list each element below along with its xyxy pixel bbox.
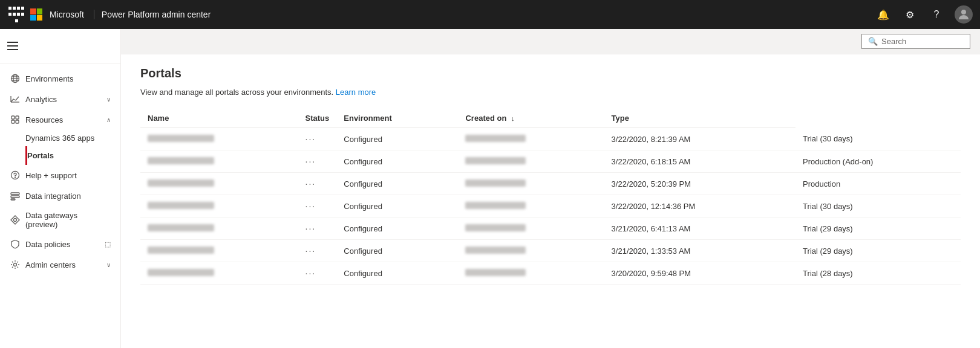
data-gateways-label: Data gateways (preview) <box>25 211 111 229</box>
name-blurred <box>148 246 214 254</box>
dots-menu-icon[interactable]: ··· <box>305 156 316 166</box>
search-box[interactable]: 🔍 Search <box>861 34 970 49</box>
cell-environment <box>458 262 604 285</box>
help-icon[interactable]: ? <box>928 6 945 23</box>
cell-status: Configured <box>336 240 458 262</box>
page-title: Portals <box>140 66 961 80</box>
sidebar-item-dynamics365[interactable]: Dynamics 365 apps <box>25 130 120 146</box>
sidebar-top <box>0 29 120 63</box>
cell-type: Production (Add-on) <box>795 150 961 173</box>
help-support-icon <box>10 170 21 181</box>
search-label: Search <box>881 37 906 46</box>
env-blurred <box>465 246 526 254</box>
cell-created-on: 3/22/2020, 5:20:39 PM <box>604 173 796 195</box>
table-row: ···Configured3/21/2020, 1:33:53 AMTrial … <box>140 240 961 262</box>
microsoft-logo: Microsoft <box>30 8 84 21</box>
cell-status: Configured <box>336 128 458 150</box>
svg-rect-16 <box>11 199 15 200</box>
sidebar-nav: Environments Analytics ∨ <box>0 63 120 280</box>
cell-environment <box>458 240 604 262</box>
cell-name <box>140 195 298 218</box>
cell-dots-menu[interactable]: ··· <box>298 262 337 285</box>
cell-dots-menu[interactable]: ··· <box>298 218 337 240</box>
table-row: ···Configured3/22/2020, 8:21:39 AMTrial … <box>140 128 961 150</box>
topbar: Microsoft Power Platform admin center 🔔 … <box>0 0 980 29</box>
content-header-row: 🔍 Search <box>121 29 980 54</box>
learn-more-link[interactable]: Learn more <box>336 88 376 97</box>
cell-status: Configured <box>336 150 458 173</box>
content-wrapper: 🔍 Search Portals View and manage all por… <box>121 29 980 348</box>
cell-type: Trial (30 days) <box>795 195 961 218</box>
dots-menu-icon[interactable]: ··· <box>305 268 316 278</box>
table-row: ···Configured3/20/2020, 9:59:48 PMTrial … <box>140 262 961 285</box>
settings-icon[interactable]: ⚙ <box>901 6 918 23</box>
sidebar-item-resources[interactable]: Resources ∧ <box>0 109 120 130</box>
env-blurred <box>465 224 526 231</box>
sidebar-item-analytics[interactable]: Analytics ∨ <box>0 89 120 109</box>
cell-created-on: 3/21/2020, 1:33:53 AM <box>604 240 796 262</box>
name-blurred <box>148 157 214 164</box>
col-name: Name <box>140 109 298 128</box>
data-policies-label: Data policies <box>25 240 100 249</box>
cell-dots-menu[interactable]: ··· <box>298 195 337 218</box>
sidebar-item-admin-centers[interactable]: Admin centers ∨ <box>0 254 120 275</box>
notification-icon[interactable]: 🔔 <box>875 6 892 23</box>
cell-type: Trial (29 days) <box>795 240 961 262</box>
cell-dots-menu[interactable]: ··· <box>298 150 337 173</box>
cell-created-on: 3/22/2020, 8:21:39 AM <box>604 128 796 150</box>
name-blurred <box>148 135 214 142</box>
env-blurred <box>465 202 526 209</box>
cell-type: Trial (30 days) <box>795 128 961 150</box>
sidebar-item-data-gateways[interactable]: Data gateways (preview) <box>0 206 120 234</box>
svg-point-0 <box>961 10 966 14</box>
avatar[interactable] <box>955 5 973 24</box>
sidebar: Environments Analytics ∨ <box>0 29 121 348</box>
dots-menu-icon[interactable]: ··· <box>305 224 316 233</box>
svg-rect-8 <box>11 116 15 119</box>
name-blurred <box>148 224 214 231</box>
cell-created-on: 3/22/2020, 6:18:15 AM <box>604 150 796 173</box>
cell-dots-menu[interactable]: ··· <box>298 240 337 262</box>
env-blurred <box>465 179 526 187</box>
dots-menu-icon[interactable]: ··· <box>305 134 316 144</box>
app-title: Power Platform admin center <box>94 10 211 19</box>
chart-icon <box>10 94 21 105</box>
env-blurred <box>465 135 526 142</box>
name-blurred <box>148 179 214 187</box>
cell-status: Configured <box>336 218 458 240</box>
cell-status: Configured <box>336 195 458 218</box>
policy-icon <box>10 239 21 250</box>
svg-rect-10 <box>11 120 15 123</box>
sidebar-item-help-support[interactable]: Help + support <box>0 165 120 185</box>
cell-dots-menu[interactable]: ··· <box>298 173 337 195</box>
env-blurred <box>465 157 526 164</box>
portals-table: Name Status Environment Created on ↓ Typ… <box>140 109 961 285</box>
col-created-on[interactable]: Created on ↓ <box>458 109 604 128</box>
sidebar-toggle[interactable] <box>5 36 24 56</box>
page-description: View and manage all portals across your … <box>140 88 961 97</box>
dots-menu-icon[interactable]: ··· <box>305 201 316 211</box>
name-blurred <box>148 269 214 276</box>
search-icon: 🔍 <box>868 37 878 46</box>
sidebar-item-data-integration[interactable]: Data integration <box>0 185 120 206</box>
sidebar-item-environments[interactable]: Environments <box>0 68 120 89</box>
cell-dots-menu[interactable]: ··· <box>298 128 337 150</box>
topbar-actions: 🔔 ⚙ ? <box>875 5 973 24</box>
dots-menu-icon[interactable]: ··· <box>305 246 316 256</box>
waffle-icon[interactable] <box>7 5 25 24</box>
cell-type: Production <box>795 173 961 195</box>
name-blurred <box>148 202 214 209</box>
admin-centers-label: Admin centers <box>25 260 102 269</box>
resources-chevron: ∧ <box>106 117 111 123</box>
svg-rect-15 <box>11 196 19 198</box>
sidebar-item-portals[interactable]: Portals <box>25 146 120 165</box>
table-row: ···Configured3/22/2020, 12:14:36 PMTrial… <box>140 195 961 218</box>
brand-name: Microsoft <box>50 10 84 19</box>
cell-type: Trial (28 days) <box>795 262 961 285</box>
cell-created-on: 3/22/2020, 12:14:36 PM <box>604 195 796 218</box>
cell-environment <box>458 128 604 150</box>
cell-name <box>140 218 298 240</box>
sidebar-item-data-policies[interactable]: Data policies ⬚ <box>0 234 120 254</box>
svg-rect-9 <box>16 116 19 119</box>
dots-menu-icon[interactable]: ··· <box>305 179 316 188</box>
